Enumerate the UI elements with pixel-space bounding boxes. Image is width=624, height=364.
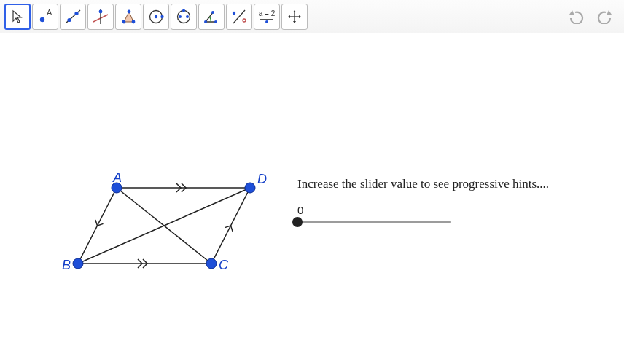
point-label-d: D bbox=[257, 172, 267, 187]
undo-redo-group bbox=[566, 5, 620, 28]
point-tool[interactable]: A bbox=[32, 4, 58, 30]
svg-point-17 bbox=[186, 15, 189, 18]
point-label-a: A bbox=[113, 170, 122, 186]
line-tool[interactable] bbox=[60, 4, 86, 30]
slider-tool[interactable]: a = 2 bbox=[254, 4, 280, 30]
hint-slider: 0 bbox=[297, 204, 451, 223]
point-label-c: C bbox=[219, 258, 228, 273]
svg-point-21 bbox=[211, 11, 214, 14]
move-tool[interactable] bbox=[4, 4, 31, 30]
svg-point-19 bbox=[204, 20, 207, 23]
svg-text:A: A bbox=[47, 8, 52, 17]
redo-button[interactable] bbox=[592, 5, 615, 28]
hint-text: Increase the slider value to see progres… bbox=[297, 177, 549, 191]
svg-point-35 bbox=[206, 258, 217, 269]
svg-point-4 bbox=[74, 11, 78, 15]
polygon-tool[interactable] bbox=[115, 4, 141, 30]
svg-point-24 bbox=[243, 19, 246, 22]
svg-point-18 bbox=[182, 9, 185, 12]
slider-tool-label: a = 2 bbox=[259, 10, 276, 17]
graphics-view[interactable]: A B C D Increase the slider value to see… bbox=[0, 33, 624, 364]
svg-line-2 bbox=[66, 10, 80, 23]
toolbar: A bbox=[0, 0, 624, 33]
move-view-tool[interactable] bbox=[281, 4, 308, 30]
svg-point-14 bbox=[160, 15, 163, 17]
ellipse-tool[interactable] bbox=[171, 4, 197, 30]
slider-value-label: 0 bbox=[297, 204, 451, 216]
svg-line-32 bbox=[78, 188, 250, 264]
geometry-figure bbox=[0, 33, 624, 364]
point-label-b: B bbox=[62, 258, 71, 273]
svg-point-23 bbox=[233, 11, 235, 14]
svg-point-10 bbox=[132, 20, 136, 23]
svg-point-36 bbox=[245, 183, 255, 193]
svg-point-9 bbox=[122, 20, 126, 23]
svg-point-16 bbox=[179, 15, 182, 18]
undo-button[interactable] bbox=[566, 5, 589, 28]
slider-thumb[interactable] bbox=[292, 217, 303, 227]
svg-point-7 bbox=[99, 9, 103, 13]
svg-point-3 bbox=[67, 17, 71, 21]
perpendicular-tool[interactable] bbox=[87, 4, 114, 30]
svg-point-0 bbox=[40, 17, 44, 21]
svg-point-13 bbox=[155, 15, 157, 17]
angle-tool[interactable] bbox=[198, 4, 225, 30]
svg-point-20 bbox=[214, 20, 217, 23]
reflect-tool[interactable] bbox=[226, 4, 252, 30]
circle-center-tool[interactable] bbox=[143, 4, 169, 30]
svg-point-34 bbox=[73, 258, 83, 269]
svg-point-11 bbox=[128, 9, 131, 13]
slider-track[interactable] bbox=[297, 221, 451, 223]
